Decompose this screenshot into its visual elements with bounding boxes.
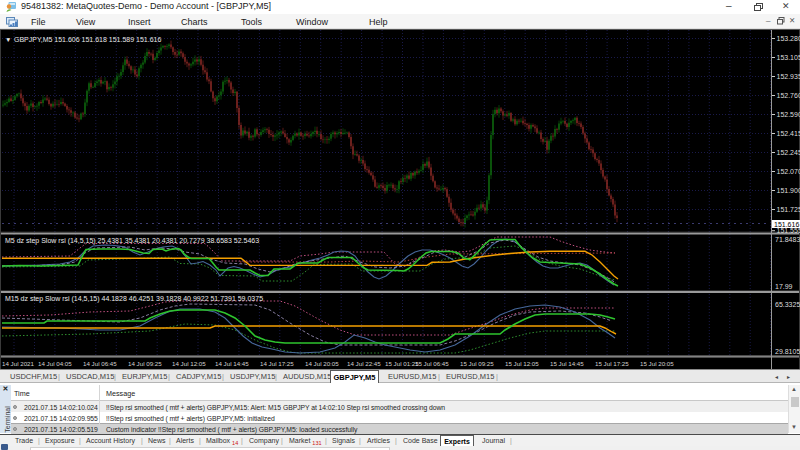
svg-text:15 Jul 06:45: 15 Jul 06:45: [415, 360, 449, 367]
svg-text:153.105: 153.105: [777, 54, 800, 61]
svg-text:151.555: 151.555: [777, 227, 800, 234]
svg-text:14 Jul 12:05: 14 Jul 12:05: [172, 360, 206, 367]
svg-text:M5 dz step Slow rsi (14,5,15): M5 dz step Slow rsi (14,5,15) 25.4381 35…: [5, 237, 259, 245]
svg-text:152.415: 152.415: [777, 130, 800, 137]
svg-text:152.760: 152.760: [777, 92, 800, 99]
svg-text:15 Jul 14:45: 15 Jul 14:45: [550, 360, 584, 367]
svg-text:▼: ▼: [5, 36, 11, 43]
svg-text:14 Jul 22:45: 14 Jul 22:45: [347, 360, 381, 367]
svg-text:15 Jul 12:05: 15 Jul 12:05: [505, 360, 539, 367]
svg-text:15 Jul 17:25: 15 Jul 17:25: [595, 360, 629, 367]
svg-text:14 Jul 17:25: 14 Jul 17:25: [260, 360, 294, 367]
svg-text:14 Jul 04:05: 14 Jul 04:05: [38, 360, 72, 367]
svg-text:65.3325: 65.3325: [775, 301, 800, 308]
svg-text:14 Jul 14:45: 14 Jul 14:45: [215, 360, 249, 367]
svg-text:151.616: 151.616: [774, 221, 799, 228]
svg-text:M15 dz step Slow rsi (14,5,15): M15 dz step Slow rsi (14,5,15) 44.1828 4…: [5, 295, 263, 303]
svg-text:153.280: 153.280: [777, 35, 800, 42]
svg-text:152.070: 152.070: [777, 168, 800, 175]
svg-text:14 Jul 2021: 14 Jul 2021: [2, 360, 35, 367]
svg-text:151.725: 151.725: [777, 206, 800, 213]
svg-text:14 Jul 09:25: 14 Jul 09:25: [128, 360, 162, 367]
svg-text:71.8483: 71.8483: [775, 236, 800, 243]
svg-text:152.245: 152.245: [777, 149, 800, 156]
svg-text:152.590: 152.590: [777, 111, 800, 118]
svg-text:GBPJPY,M5 151.606 151.618 151: GBPJPY,M5 151.606 151.618 151.589 151.61…: [14, 36, 161, 43]
svg-text:15 Jul 09:25: 15 Jul 09:25: [460, 360, 494, 367]
svg-text:152.935: 152.935: [777, 73, 800, 80]
svg-text:151.900: 151.900: [777, 187, 800, 194]
svg-text:14 Jul 06:45: 14 Jul 06:45: [83, 360, 117, 367]
svg-text:29.8105: 29.8105: [775, 348, 800, 355]
svg-text:17.99: 17.99: [775, 283, 793, 290]
svg-text:15 Jul 20:05: 15 Jul 20:05: [640, 360, 674, 367]
svg-text:14 Jul 20:05: 14 Jul 20:05: [305, 360, 339, 367]
